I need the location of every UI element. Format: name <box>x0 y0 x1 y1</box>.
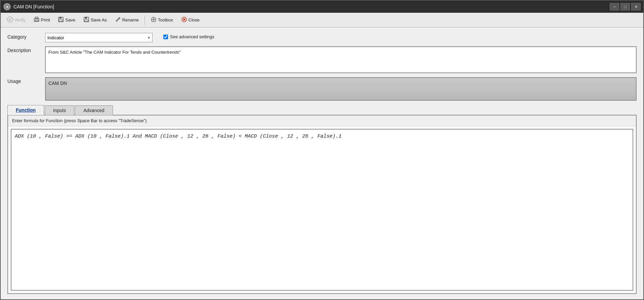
print-button[interactable]: Print <box>30 15 54 26</box>
print-label: Print <box>41 17 50 22</box>
svg-text:★: ★ <box>6 5 9 9</box>
save-as-label: Save As <box>91 17 107 22</box>
window-controls: ─ □ ✕ <box>610 3 641 10</box>
description-row: Description <box>7 46 637 73</box>
window-title: CAM DN [Function] <box>13 4 54 9</box>
close-icon <box>181 16 187 24</box>
svg-rect-8 <box>59 20 63 21</box>
svg-rect-5 <box>35 20 38 21</box>
close-button[interactable]: Close <box>177 15 203 26</box>
advanced-settings-label[interactable]: See advanced settings <box>170 34 214 39</box>
close-label: Close <box>189 17 200 22</box>
toolbox-icon <box>151 16 157 24</box>
tabs-header: Function Inputs Advanced <box>7 105 637 115</box>
tab-inputs[interactable]: Inputs <box>45 105 74 115</box>
description-textarea[interactable] <box>45 46 637 73</box>
close-window-button[interactable]: ✕ <box>631 3 641 10</box>
svg-rect-10 <box>85 17 87 19</box>
save-button[interactable]: Save <box>54 15 79 26</box>
usage-row: Usage CAM DN <box>7 77 637 101</box>
category-select-wrapper: Indicator Strategy ShowMe PaintBar Activ… <box>45 33 153 42</box>
rename-button[interactable]: Rename <box>111 15 143 26</box>
toolbox-label: Toolbox <box>158 17 173 22</box>
description-label: Description <box>7 46 41 53</box>
formula-editor[interactable] <box>11 129 633 291</box>
verify-icon <box>7 16 13 24</box>
svg-rect-7 <box>59 17 62 19</box>
minimize-button[interactable]: ─ <box>610 3 619 10</box>
rename-icon <box>115 16 121 24</box>
toolbar: Verify Print Save Save As Rename <box>1 13 643 28</box>
usage-label: Usage <box>7 77 41 84</box>
advanced-settings-checkbox[interactable] <box>163 35 168 39</box>
advanced-settings-row: See advanced settings <box>163 33 214 39</box>
toolbar-separator <box>145 15 145 25</box>
save-as-button[interactable]: Save As <box>80 15 111 26</box>
save-as-icon <box>83 16 89 24</box>
category-label: Category <box>7 33 41 40</box>
restore-button[interactable]: □ <box>620 3 630 10</box>
main-window: ★ CAM DN [Function] ─ □ ✕ Verify Print <box>0 0 644 300</box>
tab-advanced[interactable]: Advanced <box>75 105 113 115</box>
formula-hint: Enter formula for Function (press Space … <box>8 115 636 126</box>
svg-rect-4 <box>35 17 38 19</box>
save-icon <box>58 16 64 24</box>
print-icon <box>34 16 40 24</box>
title-bar: ★ CAM DN [Function] ─ □ ✕ <box>1 1 643 13</box>
content-area: Category Indicator Strategy ShowMe Paint… <box>1 28 643 299</box>
tabs-section: Function Inputs Advanced Enter formula f… <box>7 105 637 294</box>
app-icon: ★ <box>3 3 11 10</box>
verify-label: Verify <box>14 17 26 22</box>
rename-label: Rename <box>122 17 139 22</box>
verify-button[interactable]: Verify <box>3 15 29 26</box>
svg-rect-11 <box>85 20 88 21</box>
tab-function[interactable]: Function <box>7 105 44 115</box>
tab-content-function: Enter formula for Function (press Space … <box>7 115 637 294</box>
usage-value: CAM DN <box>48 81 67 86</box>
save-label: Save <box>65 17 75 22</box>
category-select[interactable]: Indicator Strategy ShowMe PaintBar Activ… <box>45 33 153 42</box>
usage-box: CAM DN <box>45 77 637 101</box>
toolbox-button[interactable]: Toolbox <box>147 15 177 26</box>
title-bar-left: ★ CAM DN [Function] <box>3 3 54 10</box>
category-row: Category Indicator Strategy ShowMe Paint… <box>7 33 637 42</box>
svg-point-2 <box>7 17 13 22</box>
